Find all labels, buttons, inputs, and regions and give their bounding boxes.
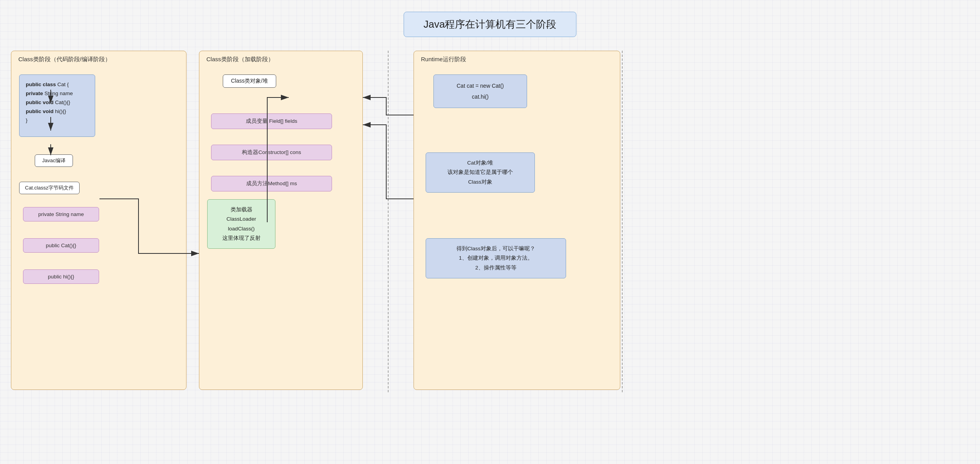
code-line-5: } [26, 116, 89, 125]
code-line-2: private String name [26, 89, 89, 98]
cat-new-line1: Cat cat = new Cat() [440, 80, 520, 91]
loader-line-2: ClassLoader [211, 214, 271, 224]
class-heap-title: Class类对象/堆 [223, 74, 276, 88]
phase1-purple-3: public hi(){} [23, 269, 99, 284]
phase1-purple-2: public Cat(){} [23, 238, 99, 253]
cat-new-box: Cat cat = new Cat() cat.hi() [433, 74, 527, 108]
loader-line-4: 这里体现了反射 [211, 234, 271, 243]
cat-new-line2: cat.hi() [440, 91, 520, 102]
code-line-4: public void hi(){} [26, 107, 89, 116]
phase2-field-box: 成员变量 Field[] fields [211, 113, 332, 129]
code-line-1: public class Cat { [26, 80, 89, 89]
code-line-3: public void Cat(){} [26, 98, 89, 107]
code-box: public class Cat { private String name p… [19, 74, 95, 137]
main-title: Java程序在计算机有三个阶段 [404, 12, 577, 37]
phase1-container: Class类阶段（代码阶段/编译阶段） public class Cat { p… [11, 51, 186, 390]
loader-line-1: 类加载器 [211, 205, 271, 214]
classz-label: Cat.classz字节码文件 [19, 182, 80, 194]
loader-line-3: loadClass() [211, 224, 271, 234]
cat-heap-line3: Class对象 [432, 177, 528, 187]
get-class-line2: 1、创建对象，调用对象方法。 [432, 253, 559, 263]
phase2-constructor-box: 构造器Constructor[] cons [211, 145, 332, 160]
phase2-method-box: 成员方法Method[] ms [211, 176, 332, 191]
cat-heap-box: Cat对象/堆 该对象是知道它是属于哪个 Class对象 [426, 152, 535, 193]
phase3-container: Runtime运行阶段 Cat cat = new Cat() cat.hi()… [414, 51, 620, 390]
get-class-line1: 得到Class对象后，可以干嘛呢？ [432, 244, 559, 253]
get-class-line3: 2、操作属性等等 [432, 263, 559, 273]
cat-heap-line1: Cat对象/堆 [432, 158, 528, 168]
phase2-container: Class类阶段（加载阶段） 类加载器 ClassLoader loadClas… [199, 51, 363, 390]
class-loader-box: 类加载器 ClassLoader loadClass() 这里体现了反射 [207, 199, 275, 249]
phase2-label: Class类阶段（加载阶段） [206, 56, 274, 63]
get-class-box: 得到Class对象后，可以干嘛呢？ 1、创建对象，调用对象方法。 2、操作属性等… [426, 238, 566, 278]
javac-box: Javac编译 [35, 154, 73, 167]
phase3-label: Runtime运行阶段 [421, 56, 466, 63]
arrow-runtime-to-class [363, 97, 414, 115]
arrow-cat-heap-to-class2 [363, 125, 414, 199]
phase1-purple-1: private String name [23, 207, 99, 221]
cat-heap-line2: 该对象是知道它是属于哪个 [432, 168, 528, 177]
phase1-label: Class类阶段（代码阶段/编译阶段） [18, 56, 111, 63]
